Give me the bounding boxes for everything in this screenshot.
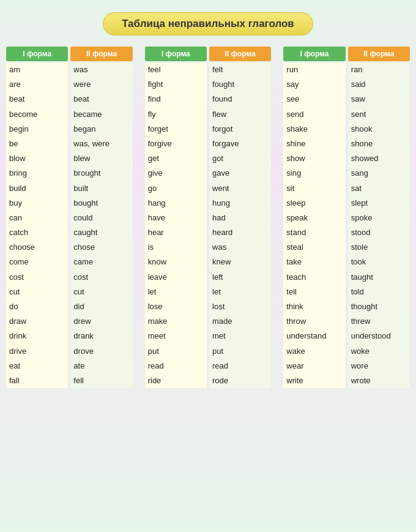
col1-form1: I форма amarebeatbecomebeginbeblowbringb… <box>6 47 68 388</box>
table-row: go <box>145 181 207 196</box>
table-row: choose <box>6 240 68 255</box>
table-row: hang <box>145 196 207 211</box>
table-row: flew <box>209 107 271 122</box>
table-row: make <box>145 314 207 329</box>
table-row: find <box>145 92 207 107</box>
col3-header-form2: II форма <box>348 47 410 61</box>
table-row: left <box>209 270 271 285</box>
col-group-3: I форма runsayseesendshakeshineshowsings… <box>283 47 410 388</box>
table-row: was <box>70 62 132 77</box>
table-row: put <box>209 344 271 359</box>
col2-cells-form1: feelfightfindflyforgetforgivegetgivegoha… <box>145 62 207 388</box>
table-row: sleep <box>283 196 345 211</box>
table-row: chose <box>70 240 132 255</box>
table-row: ate <box>70 359 132 373</box>
table-row: teach <box>283 270 345 285</box>
table-row: drink <box>6 329 68 343</box>
table-row: came <box>70 255 132 269</box>
table-row: took <box>348 255 410 269</box>
table-row: blow <box>6 151 68 166</box>
table-row: taught <box>348 270 410 285</box>
table-row: understand <box>283 329 345 343</box>
table-row: caught <box>70 225 132 240</box>
table-row: bring <box>6 166 68 181</box>
table-row: draw <box>6 314 68 329</box>
table-row: knew <box>209 255 271 269</box>
table-row: read <box>209 359 271 373</box>
table-row: think <box>283 299 345 314</box>
table-row: gave <box>209 166 271 181</box>
table-row: forget <box>145 122 207 137</box>
table-row: read <box>145 359 207 373</box>
table-row: threw <box>348 314 410 329</box>
table-row: hung <box>209 196 271 211</box>
table-row: ran <box>348 62 410 77</box>
table-row: know <box>145 255 207 269</box>
table-row: run <box>283 62 345 77</box>
table-row: began <box>70 122 132 137</box>
table-row: put <box>145 344 207 359</box>
table-row: see <box>283 92 345 107</box>
table-row: feel <box>145 62 207 77</box>
table-row: wear <box>283 359 345 373</box>
table-row: can <box>6 211 68 225</box>
table-row: saw <box>348 92 410 107</box>
table-row: is <box>145 240 207 255</box>
table-row: fought <box>209 77 271 92</box>
table-row: sing <box>283 166 345 181</box>
col1-header-form2: II форма <box>70 47 132 61</box>
table-row: was, were <box>70 137 132 151</box>
table-row: take <box>283 255 345 269</box>
table-row: showed <box>348 151 410 166</box>
table-row: fall <box>6 373 68 388</box>
table-row: brought <box>70 166 132 181</box>
table-row: become <box>6 107 68 122</box>
table-row: wrote <box>348 373 410 388</box>
table-row: send <box>283 107 345 122</box>
table-row: drank <box>70 329 132 343</box>
col-group-1: I форма amarebeatbecomebeginbeblowbringb… <box>6 47 133 388</box>
table-row: cost <box>6 270 68 285</box>
col3-cells-form1: runsayseesendshakeshineshowsingsitsleeps… <box>283 62 345 388</box>
col3-form2: II форма ransaidsawsentshookshoneshoweds… <box>348 47 410 388</box>
table-row: forgot <box>209 122 271 137</box>
table-row: sang <box>348 166 410 181</box>
table-row: blew <box>70 151 132 166</box>
table-row: thought <box>348 299 410 314</box>
table-row: let <box>209 285 271 299</box>
table-row: could <box>70 211 132 225</box>
table-row: slept <box>348 196 410 211</box>
col3-cells-form2: ransaidsawsentshookshoneshowedsangsatsle… <box>348 62 410 388</box>
table-row: rode <box>209 373 271 388</box>
table-row: shine <box>283 137 345 151</box>
table-row: steal <box>283 240 345 255</box>
col3-header-form1: I форма <box>283 47 345 61</box>
table-row: made <box>209 314 271 329</box>
table-row: built <box>70 181 132 196</box>
col3-form1: I форма runsayseesendshakeshineshowsings… <box>283 47 345 388</box>
table-row: forgave <box>209 137 271 151</box>
table-row: drew <box>70 314 132 329</box>
table-row: shake <box>283 122 345 137</box>
table-wrapper: I форма amarebeatbecomebeginbeblowbringb… <box>0 47 416 388</box>
col2-form2: II форма feltfoughtfoundflewforgotforgav… <box>209 47 271 388</box>
table-row: fight <box>145 77 207 92</box>
col2-cells-form2: feltfoughtfoundflewforgotforgavegotgavew… <box>209 62 271 388</box>
col-group-2: I форма feelfightfindflyforgetforgiveget… <box>145 47 272 388</box>
table-row: shone <box>348 137 410 151</box>
col2-header-form2: II форма <box>209 47 271 61</box>
table-row: fly <box>145 107 207 122</box>
table-row: cut <box>70 285 132 299</box>
table-row: wore <box>348 359 410 373</box>
table-row: cut <box>6 285 68 299</box>
table-row: stand <box>283 225 345 240</box>
table-row: fell <box>70 373 132 388</box>
table-row: met <box>209 329 271 343</box>
table-row: beat <box>70 92 132 107</box>
table-row: had <box>209 211 271 225</box>
table-row: lost <box>209 299 271 314</box>
table-row: were <box>70 77 132 92</box>
table-row: cost <box>70 270 132 285</box>
table-row: be <box>6 137 68 151</box>
col1-form2: II форма waswerebeatbecamebeganwas, were… <box>70 47 132 388</box>
